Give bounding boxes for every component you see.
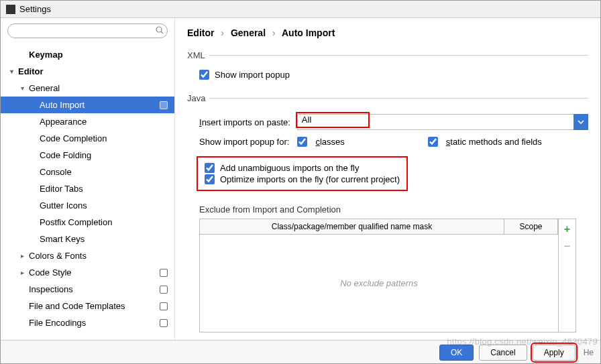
tree-item-label: Editor (18, 66, 44, 76)
table-header: Class/package/member qualified name mask (200, 219, 504, 234)
tree-item-label: Gutter Icons (40, 200, 87, 210)
svg-point-0 (156, 27, 162, 32)
scope-icon (160, 319, 168, 327)
titlebar: Settings (1, 1, 600, 18)
insert-imports-select[interactable]: All (297, 114, 588, 130)
table-header: Scope (504, 219, 558, 234)
chevron-right-icon: › (272, 27, 276, 38)
tree-item-label: General (29, 83, 60, 93)
tree-item-label: Appearance (40, 117, 87, 127)
show-import-popup-checkbox[interactable] (199, 70, 209, 80)
ok-button[interactable]: OK (439, 345, 474, 361)
tree-item-postfix-completion[interactable]: Postfix Completion (1, 214, 174, 231)
exclude-table: Class/package/member qualified name mask… (199, 219, 576, 332)
tree-item-gutter-icons[interactable]: Gutter Icons (1, 197, 174, 214)
tree-item-console[interactable]: Console (1, 164, 174, 180)
exclude-label: Exclude from Import and Completion (199, 204, 588, 215)
insert-imports-label: Insert imports on paste: (199, 117, 290, 127)
tree-item-label: Editor Tabs (40, 184, 83, 194)
svg-line-1 (161, 32, 163, 34)
tree-item-general[interactable]: ▾General (1, 80, 174, 97)
tree-item-label: Postfix Completion (40, 217, 112, 227)
cancel-button[interactable]: Cancel (479, 345, 527, 361)
section-legend: XML (187, 50, 209, 60)
scope-icon (160, 286, 168, 294)
breadcrumb-item: General (231, 27, 266, 38)
scope-icon (160, 302, 168, 310)
tree-item-appearance[interactable]: Appearance (1, 113, 174, 130)
app-icon (6, 5, 15, 14)
tree-item-colors-fonts[interactable]: ▸Colors & Fonts (1, 247, 174, 264)
window-title: Settings (19, 4, 51, 14)
tree-arrow-icon: ▾ (18, 84, 26, 92)
checkbox-label: Add unambiguous imports on the fly (220, 163, 359, 173)
tree-item-keymap[interactable]: Keymap (1, 46, 174, 63)
checkbox-label: static methods and fields (446, 137, 542, 147)
java-section: Java Insert imports on paste: All S (187, 93, 588, 332)
tree-item-label: Colors & Fonts (29, 251, 87, 261)
chevron-right-icon: › (221, 27, 224, 38)
tree-arrow-icon: ▸ (18, 252, 26, 259)
search-icon (156, 26, 164, 34)
checkbox-label: Show import popup (215, 70, 290, 80)
tree-arrow-icon: ▸ (18, 269, 26, 276)
breadcrumb-item: Auto Import (282, 27, 335, 38)
scope-icon (160, 269, 168, 277)
tree-arrow-icon: ▾ (7, 68, 15, 75)
help-text: He (584, 348, 594, 357)
dropdown-button[interactable] (573, 114, 588, 130)
popup-for-label: Show import popup for: (199, 137, 289, 147)
tree-item-editor[interactable]: ▾Editor (1, 63, 174, 80)
apply-button[interactable]: Apply (533, 345, 576, 361)
tree-item-label: Keymap (29, 50, 63, 60)
classes-checkbox[interactable] (297, 137, 307, 147)
search-input[interactable] (7, 23, 168, 38)
tree-item-code-completion[interactable]: Code Completion (1, 130, 174, 147)
checkbox-label: Optimize imports on the fly (for current… (220, 174, 400, 184)
select-value: All (302, 115, 311, 125)
scope-icon (160, 101, 168, 109)
breadcrumb: Editor › General › Auto Import (175, 18, 600, 48)
tree-item-editor-tabs[interactable]: Editor Tabs (1, 180, 174, 197)
remove-button[interactable]: − (563, 239, 571, 253)
sidebar: Keymap▾Editor▾GeneralAuto ImportAppearan… (1, 18, 175, 340)
tree-item-label: Smart Keys (40, 234, 85, 244)
settings-tree: Keymap▾Editor▾GeneralAuto ImportAppearan… (1, 44, 174, 340)
add-unambiguous-checkbox[interactable] (205, 163, 215, 173)
static-methods-checkbox[interactable] (428, 137, 438, 147)
tree-item-label: Code Style (29, 267, 72, 278)
tree-item-smart-keys[interactable]: Smart Keys (1, 231, 174, 247)
tree-item-label: Console (40, 167, 72, 177)
tree-item-label: Auto Import (40, 100, 85, 110)
breadcrumb-item: Editor (187, 27, 214, 38)
optimize-imports-checkbox[interactable] (205, 174, 215, 184)
highlight-box: Add unambiguous imports on the fly Optim… (197, 156, 408, 191)
footer: https://blog.csdn.net/weixin_4630479 OK … (1, 340, 600, 364)
checkbox-label: classes (315, 137, 344, 147)
tree-item-auto-import[interactable]: Auto Import (1, 97, 174, 113)
tree-item-code-folding[interactable]: Code Folding (1, 147, 174, 164)
tree-item-label: Inspections (29, 284, 73, 294)
tree-item-file-encodings[interactable]: File Encodings (1, 314, 174, 331)
tree-item-label: Code Folding (40, 150, 91, 160)
tree-item-code-style[interactable]: ▸Code Style (1, 264, 174, 281)
tree-item-file-and-code-templates[interactable]: File and Code Templates (1, 298, 174, 314)
tree-item-inspections[interactable]: Inspections (1, 281, 174, 298)
table-empty-text: No exclude patterns (200, 235, 558, 332)
section-legend: Java (187, 93, 209, 103)
tree-item-label: File Encodings (29, 318, 86, 328)
xml-section: XML Show import popup (187, 50, 588, 85)
tree-item-label: File and Code Templates (29, 301, 125, 311)
add-button[interactable]: + (564, 223, 570, 235)
tree-item-label: Code Completion (40, 133, 107, 143)
